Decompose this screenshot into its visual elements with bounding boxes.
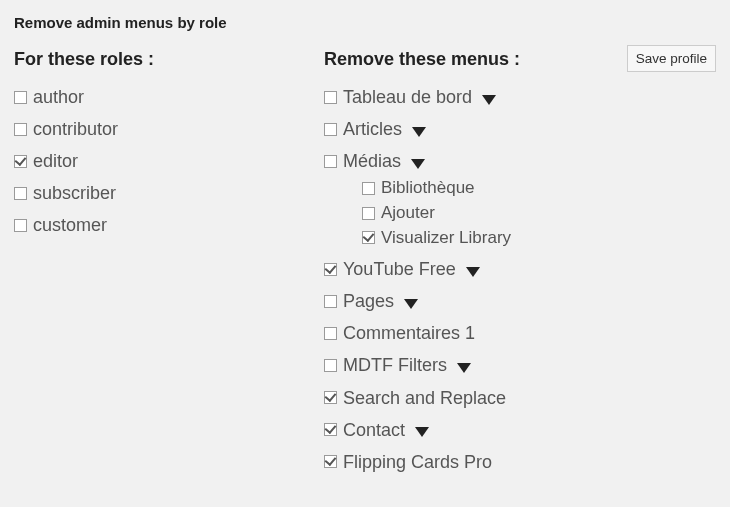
role-checkbox[interactable] xyxy=(14,219,27,232)
menus-column: Save profile Remove these menus : Tablea… xyxy=(324,49,716,484)
menu-item[interactable]: Commentaires 1 xyxy=(324,320,475,346)
expand-caret-icon[interactable] xyxy=(411,159,425,169)
role-label: customer xyxy=(33,212,107,238)
menu-item[interactable]: Pages xyxy=(324,288,394,314)
menu-item[interactable]: MDTF Filters xyxy=(324,352,447,378)
menu-checkbox[interactable] xyxy=(324,391,337,404)
role-checkbox[interactable] xyxy=(14,187,27,200)
menu-checkbox[interactable] xyxy=(324,91,337,104)
menu-checkbox[interactable] xyxy=(324,295,337,308)
menu-checkbox[interactable] xyxy=(324,359,337,372)
role-checkbox[interactable] xyxy=(14,155,27,168)
submenu-list: BibliothèqueAjouterVisualizer Library xyxy=(362,176,712,250)
menu-label: MDTF Filters xyxy=(343,352,447,378)
menu-item[interactable]: Search and Replace xyxy=(324,385,506,411)
menu-label: Flipping Cards xyxy=(343,481,459,484)
role-label: subscriber xyxy=(33,180,116,206)
menus-scroll-area[interactable]: Tableau de bordArticlesMédiasBibliothèqu… xyxy=(324,84,716,484)
expand-caret-icon[interactable] xyxy=(415,427,429,437)
menus-list: Tableau de bordArticlesMédiasBibliothèqu… xyxy=(324,84,712,484)
menu-checkbox[interactable] xyxy=(324,123,337,136)
roles-header: For these roles : xyxy=(14,49,304,70)
menu-item[interactable]: Flipping Cards xyxy=(324,481,459,484)
role-item[interactable]: author xyxy=(14,84,84,110)
submenu-item[interactable]: Bibliothèque xyxy=(362,176,475,201)
role-item[interactable]: contributor xyxy=(14,116,118,142)
menu-checkbox[interactable] xyxy=(324,263,337,276)
menu-label: Médias xyxy=(343,148,401,174)
menu-item[interactable]: Tableau de bord xyxy=(324,84,472,110)
menu-label: Contact xyxy=(343,417,405,443)
submenu-checkbox[interactable] xyxy=(362,207,375,220)
role-item[interactable]: customer xyxy=(14,212,107,238)
role-checkbox[interactable] xyxy=(14,123,27,136)
menu-item[interactable]: Contact xyxy=(324,417,405,443)
menu-label: Articles xyxy=(343,116,402,142)
section-title: Remove admin menus by role xyxy=(14,14,716,31)
menu-checkbox[interactable] xyxy=(324,423,337,436)
role-label: editor xyxy=(33,148,78,174)
submenu-checkbox[interactable] xyxy=(362,182,375,195)
expand-caret-icon[interactable] xyxy=(412,127,426,137)
role-checkbox[interactable] xyxy=(14,91,27,104)
expand-caret-icon[interactable] xyxy=(457,363,471,373)
menu-item[interactable]: Flipping Cards Pro xyxy=(324,449,492,475)
role-label: author xyxy=(33,84,84,110)
role-item[interactable]: editor xyxy=(14,148,78,174)
save-profile-button[interactable]: Save profile xyxy=(627,45,716,72)
expand-caret-icon[interactable] xyxy=(482,95,496,105)
menu-item[interactable]: Articles xyxy=(324,116,402,142)
menu-label: Commentaires 1 xyxy=(343,320,475,346)
submenu-label: Ajouter xyxy=(381,201,435,226)
menu-checkbox[interactable] xyxy=(324,155,337,168)
roles-column: For these roles : authorcontributoredito… xyxy=(14,49,304,244)
menu-item[interactable]: Médias xyxy=(324,148,401,174)
expand-caret-icon[interactable] xyxy=(404,299,418,309)
menu-checkbox[interactable] xyxy=(324,327,337,340)
expand-caret-icon[interactable] xyxy=(466,267,480,277)
menu-label: Search and Replace xyxy=(343,385,506,411)
menu-label: Pages xyxy=(343,288,394,314)
submenu-item[interactable]: Visualizer Library xyxy=(362,226,511,251)
menu-label: YouTube Free xyxy=(343,256,456,282)
menu-checkbox[interactable] xyxy=(324,455,337,468)
menu-label: Flipping Cards Pro xyxy=(343,449,492,475)
menu-item[interactable]: YouTube Free xyxy=(324,256,456,282)
submenu-checkbox[interactable] xyxy=(362,231,375,244)
role-item[interactable]: subscriber xyxy=(14,180,116,206)
submenu-label: Visualizer Library xyxy=(381,226,511,251)
submenu-label: Bibliothèque xyxy=(381,176,475,201)
menu-label: Tableau de bord xyxy=(343,84,472,110)
submenu-item[interactable]: Ajouter xyxy=(362,201,435,226)
role-label: contributor xyxy=(33,116,118,142)
roles-list: authorcontributoreditorsubscribercustome… xyxy=(14,84,304,238)
